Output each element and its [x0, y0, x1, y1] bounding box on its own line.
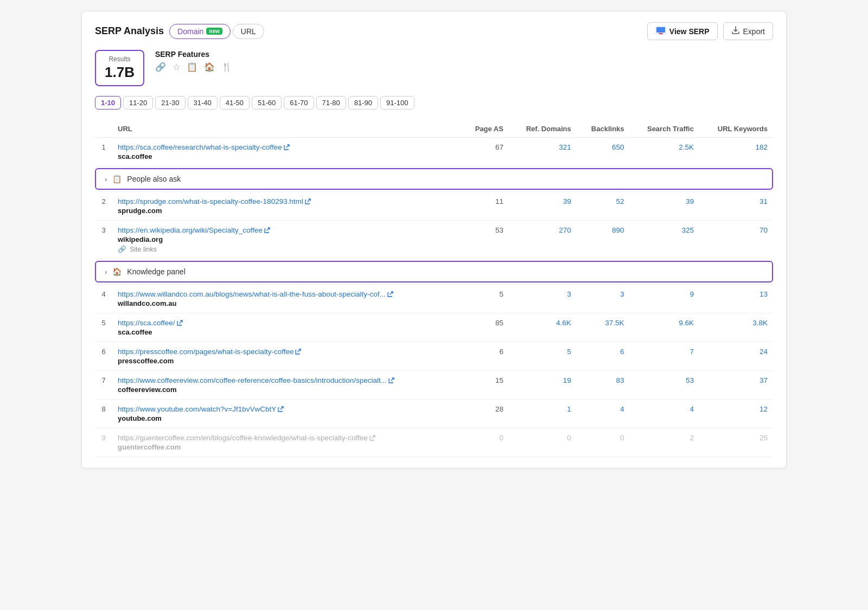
feature-label: Knowledge panel — [127, 267, 185, 276]
url-link[interactable]: https://presscoffee.com/pages/what-is-sp… — [118, 348, 302, 356]
results-box: Results 1.7B — [95, 50, 144, 86]
page-btn-41-50[interactable]: 41-50 — [220, 96, 250, 110]
domain-label: coffeereview.com — [118, 386, 456, 394]
feature-label: People also ask — [127, 175, 181, 183]
view-serp-label: View SERP — [669, 27, 710, 36]
metric-backlinks: 83 — [577, 371, 630, 400]
table-wrap: URL Page AS Ref. Domains Backlinks Searc… — [95, 120, 773, 457]
page-btn-81-90[interactable]: 81-90 — [348, 96, 378, 110]
metric-backlinks: 0 — [577, 428, 630, 457]
page-btn-61-70[interactable]: 61-70 — [284, 96, 314, 110]
metric-ref-domains: 0 — [509, 428, 577, 457]
metric-backlinks: 3 — [577, 285, 630, 313]
table-row: 9https://guentercoffee.com/en/blogs/coff… — [95, 428, 773, 457]
tab-domain-label: Domain — [177, 27, 203, 36]
external-link-icon — [295, 349, 302, 355]
row-num: 2 — [95, 192, 112, 221]
table-row: 8https://www.youtube.com/watch?v=Jf1bvVw… — [95, 400, 773, 428]
metric-page-as: 28 — [461, 400, 509, 428]
chevron-icon: › — [105, 175, 107, 183]
metric-url-keywords: 13 — [699, 285, 773, 313]
page-btn-11-20[interactable]: 11-20 — [123, 96, 153, 110]
row-url-cell: https://sca.coffee/research/what-is-spec… — [112, 138, 461, 166]
table-row[interactable]: › 📋 People also ask — [95, 166, 773, 192]
external-link-icon — [369, 435, 376, 441]
metric-ref-domains: 3 — [509, 285, 577, 313]
list-icon: 📋 — [187, 62, 197, 72]
feature-type-icon: 📋 — [112, 175, 122, 183]
site-links-label: Site links — [130, 246, 157, 253]
url-link[interactable]: https://www.youtube.com/watch?v=Jf1bvVwC… — [118, 405, 284, 413]
row-url-cell: https://sca.coffee/sca.coffee — [112, 313, 461, 342]
metric-page-as: 5 — [461, 285, 509, 313]
table-body: 1https://sca.coffee/research/what-is-spe… — [95, 138, 773, 457]
svg-rect-2 — [659, 33, 663, 34]
page-btn-21-30[interactable]: 21-30 — [155, 96, 185, 110]
row-url-cell: https://en.wikipedia.org/wiki/Specialty_… — [112, 221, 461, 259]
serp-analysis-card: SERP Analysis Domain new URL — [81, 11, 787, 468]
page-btn-1-10[interactable]: 1-10 — [95, 96, 121, 110]
page-btn-91-100[interactable]: 91-100 — [380, 96, 414, 110]
metric-page-as: 11 — [461, 192, 509, 221]
table-row: 1https://sca.coffee/research/what-is-spe… — [95, 138, 773, 166]
metric-backlinks: 37.5K — [577, 313, 630, 342]
col-url-keywords: URL Keywords — [699, 120, 773, 138]
table-row[interactable]: › 🏠 Knowledge panel — [95, 259, 773, 285]
row-num: 8 — [95, 400, 112, 428]
url-link[interactable]: https://www.coffeereview.com/coffee-refe… — [118, 376, 395, 384]
url-link[interactable]: https://en.wikipedia.org/wiki/Specialty_… — [118, 226, 271, 234]
col-search-traffic: Search Traffic — [630, 120, 699, 138]
feature-row-inner[interactable]: › 📋 People also ask — [95, 168, 773, 190]
export-button[interactable]: Export — [723, 22, 773, 40]
metric-search-traffic: 2.5K — [630, 138, 699, 166]
metric-url-keywords: 12 — [699, 400, 773, 428]
star-icon: ☆ — [173, 62, 180, 72]
metric-backlinks: 890 — [577, 221, 630, 259]
metric-url-keywords: 24 — [699, 342, 773, 371]
link-icon: 🔗 — [155, 62, 166, 72]
results-section: Results 1.7B SERP Features 🔗 ☆ 📋 🏠 🍴 — [95, 50, 773, 86]
row-url-cell: https://www.youtube.com/watch?v=Jf1bvVwC… — [112, 400, 461, 428]
domain-label: wikipedia.org — [118, 235, 456, 243]
metric-ref-domains: 321 — [509, 138, 577, 166]
metric-ref-domains: 4.6K — [509, 313, 577, 342]
metric-url-keywords: 31 — [699, 192, 773, 221]
url-link[interactable]: https://www.willandco.com.au/blogs/news/… — [118, 290, 394, 298]
col-url: URL — [112, 120, 461, 138]
row-num: 5 — [95, 313, 112, 342]
metric-ref-domains: 19 — [509, 371, 577, 400]
metric-search-traffic: 7 — [630, 342, 699, 371]
metric-url-keywords: 182 — [699, 138, 773, 166]
domain-label: youtube.com — [118, 414, 456, 422]
row-num: 7 — [95, 371, 112, 400]
header-left: SERP Analysis Domain new URL — [95, 24, 264, 39]
view-serp-icon — [655, 26, 666, 36]
site-links-row: 🔗Site links — [118, 245, 456, 253]
feature-row-inner[interactable]: › 🏠 Knowledge panel — [95, 261, 773, 282]
page-btn-51-60[interactable]: 51-60 — [252, 96, 282, 110]
external-link-icon — [305, 198, 311, 205]
row-url-cell: https://www.willandco.com.au/blogs/news/… — [112, 285, 461, 313]
url-link[interactable]: https://sca.coffee/ — [118, 319, 183, 327]
domain-label: presscoffee.com — [118, 357, 456, 365]
table-row: 3https://en.wikipedia.org/wiki/Specialty… — [95, 221, 773, 259]
table-row: 6https://presscoffee.com/pages/what-is-s… — [95, 342, 773, 371]
col-backlinks: Backlinks — [577, 120, 630, 138]
external-link-icon — [264, 227, 271, 234]
url-link[interactable]: https://sca.coffee/research/what-is-spec… — [118, 143, 290, 151]
metric-ref-domains: 5 — [509, 342, 577, 371]
row-num: 1 — [95, 138, 112, 166]
metric-backlinks: 52 — [577, 192, 630, 221]
url-link[interactable]: https://sprudge.com/what-is-specialty-co… — [118, 197, 311, 206]
table-header: URL Page AS Ref. Domains Backlinks Searc… — [95, 120, 773, 138]
view-serp-button[interactable]: View SERP — [647, 22, 718, 40]
feature-cell: › 📋 People also ask — [95, 166, 773, 192]
tab-url[interactable]: URL — [233, 24, 264, 39]
serp-features-title: SERP Features — [155, 50, 232, 59]
tab-domain[interactable]: Domain new — [169, 24, 231, 39]
table-row: 7https://www.coffeereview.com/coffee-ref… — [95, 371, 773, 400]
url-link[interactable]: https://guentercoffee.com/en/blogs/coffe… — [118, 434, 376, 442]
page-btn-71-80[interactable]: 71-80 — [316, 96, 346, 110]
domain-label: sca.coffee — [118, 152, 456, 160]
page-btn-31-40[interactable]: 31-40 — [188, 96, 218, 110]
